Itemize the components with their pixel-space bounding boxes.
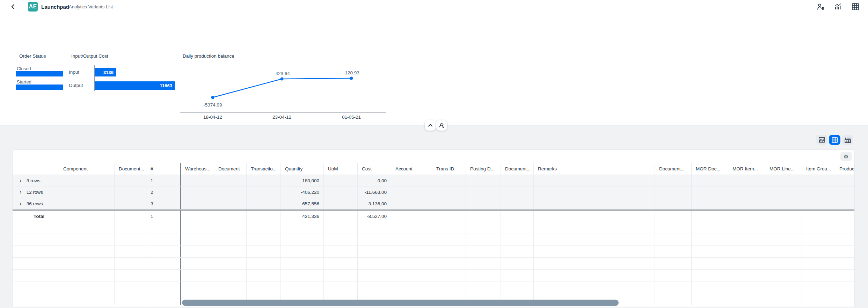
data-point[interactable] xyxy=(280,78,284,81)
column-header[interactable]: Document... xyxy=(115,163,146,175)
io-cost-bar-label: Output xyxy=(69,83,83,88)
table-cell xyxy=(802,186,835,198)
expand-chevron-icon[interactable]: › xyxy=(20,177,22,183)
column-header[interactable]: Posting D... xyxy=(466,163,501,175)
table-toolbar: ⚙ xyxy=(13,150,854,163)
column-header[interactable]: Warehous... xyxy=(181,163,214,175)
table-cell xyxy=(214,222,247,234)
column-header[interactable]: UoM xyxy=(324,163,358,175)
column-header[interactable] xyxy=(13,163,59,175)
app-subtitle: Analytics Variants List xyxy=(69,0,113,13)
collapse-header-button[interactable] xyxy=(425,120,436,131)
chart-table-view-button[interactable] xyxy=(842,135,853,145)
table-cell xyxy=(728,211,765,222)
table-cell xyxy=(765,293,802,305)
total-label: Total xyxy=(13,211,59,222)
table-cell xyxy=(835,198,855,209)
table-cell xyxy=(802,246,835,257)
column-header[interactable]: Quantity xyxy=(281,163,324,175)
column-header[interactable]: Transactio... xyxy=(247,163,281,175)
column-header[interactable]: Account xyxy=(391,163,432,175)
back-button[interactable] xyxy=(9,2,17,11)
column-header[interactable]: MOR Doc... xyxy=(692,163,728,175)
grid-launchpad-button[interactable] xyxy=(851,2,860,11)
table-cell xyxy=(115,281,146,293)
group-row[interactable]: ›36 rows3657,5563.136,00 xyxy=(13,198,855,210)
user-settings-button[interactable] xyxy=(816,2,825,11)
table-cell xyxy=(281,234,324,245)
table-cell: -11.663,00 xyxy=(358,186,391,198)
table-cell xyxy=(835,222,855,234)
table-cell xyxy=(181,211,214,222)
table-cell xyxy=(802,222,835,234)
column-header[interactable]: # xyxy=(146,163,181,175)
io-cost-bar-output[interactable]: 11663 xyxy=(95,81,175,90)
table-cell xyxy=(247,281,281,293)
table-view-button[interactable] xyxy=(829,135,840,145)
column-header[interactable]: Item Grou... xyxy=(802,163,835,175)
data-point[interactable] xyxy=(211,96,214,99)
trend-chart-button[interactable] xyxy=(834,2,842,11)
column-header[interactable]: Remarks xyxy=(534,163,655,175)
expand-chevron-icon[interactable]: › xyxy=(20,200,22,206)
pin-header-button[interactable] xyxy=(436,120,447,131)
table-cell xyxy=(324,270,358,281)
table-cell xyxy=(802,270,835,281)
table-cell xyxy=(728,258,765,269)
table-cell xyxy=(432,270,466,281)
table-cell xyxy=(692,293,728,305)
order-status-bar-started[interactable] xyxy=(16,85,63,90)
table-cell xyxy=(115,198,146,209)
chevron-up-icon xyxy=(428,123,433,127)
table-cell xyxy=(692,258,728,269)
table-cell xyxy=(391,198,432,209)
table-cell xyxy=(146,246,181,257)
table-cell xyxy=(181,281,214,293)
app-logo[interactable]: AE xyxy=(28,2,38,12)
table-cell xyxy=(692,198,728,209)
table-cell: 2 xyxy=(146,186,181,198)
data-point[interactable] xyxy=(350,77,353,80)
empty-row xyxy=(13,222,855,234)
column-header[interactable]: MOR Line... xyxy=(765,163,802,175)
table-cell xyxy=(324,211,358,222)
table-cell xyxy=(59,246,115,257)
table-cell xyxy=(13,270,59,281)
empty-row xyxy=(13,281,855,293)
column-header[interactable]: Trans ID xyxy=(432,163,466,175)
x-tick-label: 18-04-12 xyxy=(203,115,222,120)
table-cell xyxy=(501,211,534,222)
table-cell xyxy=(181,186,214,198)
table-cell xyxy=(281,258,324,269)
table-cell xyxy=(247,186,281,198)
table-cell xyxy=(692,246,728,257)
column-header[interactable]: Component xyxy=(59,163,115,175)
table-cell: 657,556 xyxy=(281,198,324,209)
table-cell xyxy=(115,222,146,234)
column-header[interactable]: Product xyxy=(835,163,855,175)
table-cell xyxy=(802,293,835,305)
table-cell xyxy=(466,258,501,269)
chart-table-view-icon xyxy=(844,137,851,143)
table-cell xyxy=(692,175,728,186)
expand-chevron-icon[interactable]: › xyxy=(20,189,22,195)
chart-view-button[interactable] xyxy=(816,135,827,145)
column-header[interactable]: Cost xyxy=(358,163,391,175)
group-row[interactable]: ›12 rows2-406,220-11.663,00 xyxy=(13,186,855,198)
horizontal-scrollbar-thumb[interactable] xyxy=(182,300,619,306)
table-settings-button[interactable]: ⚙ xyxy=(840,152,852,161)
order-status-bar-closed[interactable] xyxy=(16,71,63,76)
table-cell xyxy=(59,175,115,186)
column-header[interactable]: Document... xyxy=(501,163,534,175)
table-cell xyxy=(466,175,501,186)
table-cell xyxy=(728,270,765,281)
io-cost-bar-input[interactable]: 3136 xyxy=(95,68,116,76)
table-cell xyxy=(655,175,692,186)
column-header[interactable]: Document xyxy=(214,163,247,175)
table-cell xyxy=(358,234,391,245)
table-cell xyxy=(501,270,534,281)
group-row[interactable]: ›3 rows1180,0000,00 xyxy=(13,175,855,186)
column-header[interactable]: Document... xyxy=(655,163,692,175)
table-cell xyxy=(324,258,358,269)
column-header[interactable]: MOR Item... xyxy=(728,163,765,175)
